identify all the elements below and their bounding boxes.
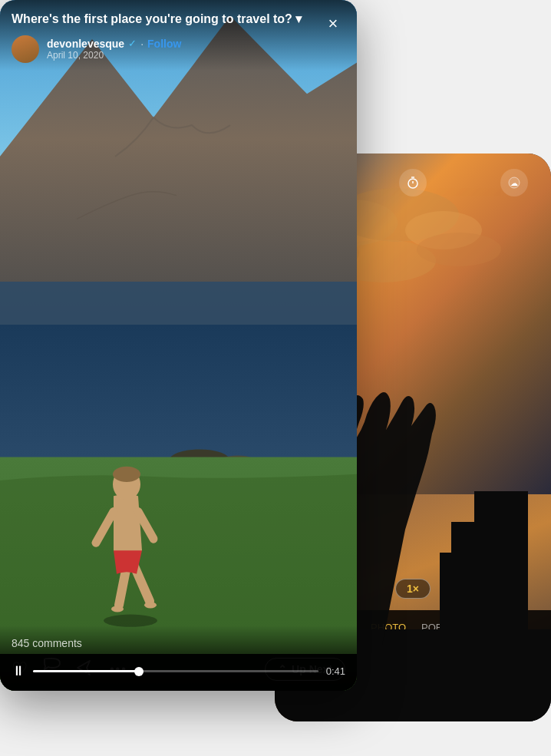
camera-timer-icon[interactable] (399, 169, 427, 196)
follow-button[interactable]: Follow (147, 38, 181, 50)
post-title-text: Where's the first place you're going to … (12, 12, 292, 25)
duration-text: 0:41 (326, 665, 345, 677)
progress-thumb (134, 667, 144, 676)
user-name-row: devonlevesque ✓ · Follow (47, 38, 181, 50)
post-user-row: devonlevesque ✓ · Follow April 10, 2020 (12, 35, 345, 63)
progress-row: ⏸ 0:41 (12, 663, 345, 679)
post-date: April 10, 2020 (47, 50, 181, 61)
user-avatar[interactable] (12, 35, 39, 63)
user-name[interactable]: devonlevesque (47, 38, 124, 50)
svg-text:☁: ☁ (510, 179, 518, 187)
comments-count: 845 comments (12, 637, 345, 649)
play-pause-button[interactable]: ⏸ (12, 663, 25, 679)
post-dropdown-arrow[interactable]: ▾ (295, 12, 302, 25)
progress-track[interactable] (33, 670, 318, 672)
progress-bar-area: ⏸ 0:41 (0, 654, 357, 691)
svg-rect-16 (0, 282, 357, 325)
verified-badge: ✓ (128, 38, 137, 49)
camera-flash-icon[interactable]: ☁ (500, 169, 528, 196)
svg-point-29 (113, 467, 140, 482)
post-video-area (0, 0, 357, 691)
separator: · (140, 38, 144, 50)
svg-point-25 (144, 602, 157, 608)
svg-rect-17 (0, 325, 357, 465)
post-title: Where's the first place you're going to … (12, 12, 345, 28)
progress-fill (33, 670, 139, 672)
svg-point-5 (417, 233, 501, 266)
svg-point-24 (111, 606, 124, 612)
user-info: devonlevesque ✓ · Follow April 10, 2020 (47, 38, 181, 61)
instagram-post: Where's the first place you're going to … (0, 0, 357, 691)
close-button[interactable]: × (321, 12, 345, 36)
post-header: Where's the first place you're going to … (0, 0, 357, 71)
